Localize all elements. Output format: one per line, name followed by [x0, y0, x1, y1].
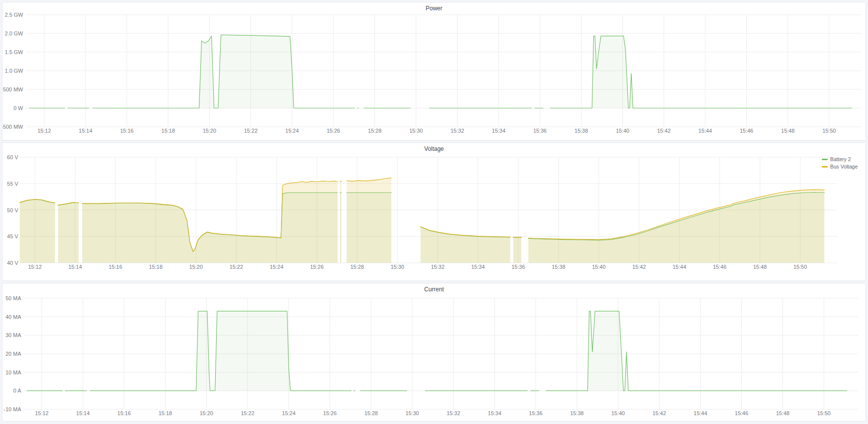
- y-tick-label: -500 MW: [2, 124, 24, 130]
- power-panel: Power 2.5 GW2.0 GW1.5 GW1.0 GW500 MW0 W-…: [2, 2, 866, 141]
- x-tick-label: 15:12: [35, 410, 49, 416]
- x-tick-label: 15:20: [189, 264, 203, 270]
- x-tick-label: 15:14: [79, 128, 92, 134]
- x-tick-label: 15:28: [350, 264, 364, 270]
- x-tick-label: 15:44: [699, 128, 712, 134]
- legend-swatch-icon: [822, 159, 828, 160]
- x-tick-label: 15:22: [241, 410, 254, 416]
- x-tick-label: 15:26: [327, 128, 340, 134]
- x-tick-label: 15:46: [735, 410, 749, 416]
- x-tick-label: 15:22: [229, 264, 243, 270]
- x-tick-label: 15:30: [409, 128, 423, 134]
- legend-item-battery-2[interactable]: Battery 2: [822, 156, 858, 163]
- x-tick-label: 15:50: [793, 264, 807, 270]
- y-tick-label: 500 MW: [3, 86, 24, 92]
- grid-and-axes: 2.5 GW2.0 GW1.5 GW1.0 GW500 MW0 W-500 MW…: [2, 12, 861, 134]
- x-tick-label: 15:26: [310, 264, 324, 270]
- legend-label: Battery 2: [830, 156, 851, 163]
- legend-label: Bus Voltage: [830, 163, 858, 170]
- y-tick-label: 20 MA: [5, 351, 21, 357]
- x-tick-label: 15:42: [657, 128, 671, 134]
- x-tick-label: 15:38: [552, 264, 565, 270]
- y-tick-label: 2.0 GW: [5, 30, 24, 36]
- y-tick-label: 10 MA: [5, 369, 21, 375]
- y-tick-label: 55 V: [7, 181, 18, 187]
- x-tick-label: 15:16: [120, 128, 134, 134]
- x-tick-label: 15:14: [68, 264, 82, 270]
- x-tick-label: 15:40: [592, 264, 606, 270]
- panel-title-voltage[interactable]: Voltage: [2, 145, 866, 152]
- y-tick-label: 0 W: [13, 105, 23, 111]
- x-tick-label: 15:48: [753, 264, 767, 270]
- x-tick-label: 15:34: [471, 264, 485, 270]
- x-tick-label: 15:28: [368, 128, 382, 134]
- x-tick-label: 15:48: [776, 410, 790, 416]
- y-tick-label: 2.5 GW: [5, 12, 24, 18]
- x-tick-label: 15:48: [781, 128, 795, 134]
- panel-title-current[interactable]: Current: [2, 286, 866, 293]
- x-tick-label: 15:42: [632, 264, 646, 270]
- x-tick-label: 15:30: [405, 410, 419, 416]
- x-tick-label: 15:38: [575, 128, 588, 134]
- legend-item-bus-voltage[interactable]: Bus Voltage: [822, 163, 858, 170]
- x-tick-label: 15:38: [570, 410, 584, 416]
- x-tick-label: 15:26: [323, 410, 337, 416]
- y-tick-label: 40 V: [7, 260, 18, 266]
- panel-title-power[interactable]: Power: [2, 5, 866, 12]
- x-tick-label: 15:32: [450, 128, 464, 134]
- x-tick-label: 15:24: [282, 410, 296, 416]
- x-tick-label: 15:50: [822, 128, 836, 134]
- x-tick-label: 15:24: [285, 128, 299, 134]
- x-tick-label: 15:12: [37, 128, 51, 134]
- voltage-panel: Voltage 60 V55 V50 V45 V40 V15:1215:1415…: [2, 142, 866, 281]
- x-tick-label: 15:40: [616, 128, 630, 134]
- x-tick-label: 15:18: [149, 264, 163, 270]
- series-current: [27, 311, 847, 391]
- x-tick-label: 15:20: [199, 410, 213, 416]
- legend-swatch-icon: [822, 166, 828, 168]
- y-tick-label: 30 MA: [5, 332, 21, 338]
- x-tick-label: 15:46: [713, 264, 727, 270]
- x-tick-label: 15:14: [76, 410, 90, 416]
- y-tick-label: 50 V: [7, 207, 18, 213]
- y-tick-label: 60 V: [7, 154, 18, 160]
- x-tick-label: 15:34: [492, 128, 505, 134]
- x-tick-label: 15:50: [817, 410, 831, 416]
- x-tick-label: 15:42: [652, 410, 666, 416]
- x-tick-label: 15:36: [511, 264, 525, 270]
- x-tick-label: 15:44: [672, 264, 686, 270]
- x-tick-label: 15:16: [117, 410, 131, 416]
- y-tick-label: 1.0 GW: [5, 68, 24, 74]
- y-tick-label: 40 MA: [5, 314, 21, 320]
- x-tick-label: 15:30: [391, 264, 404, 270]
- x-tick-label: 15:36: [529, 410, 543, 416]
- voltage-legend: Battery 2Bus Voltage: [822, 156, 858, 170]
- x-tick-label: 15:20: [203, 128, 217, 134]
- x-tick-label: 15:16: [109, 264, 122, 270]
- power-chart-canvas[interactable]: 2.5 GW2.0 GW1.5 GW1.0 GW500 MW0 W-500 MW…: [2, 2, 866, 140]
- x-tick-label: 15:18: [162, 128, 175, 134]
- x-tick-label: 15:44: [694, 410, 707, 416]
- x-tick-label: 15:18: [159, 410, 172, 416]
- y-tick-label: 45 V: [7, 233, 18, 239]
- y-tick-label: 50 MA: [5, 295, 21, 301]
- x-tick-label: 15:46: [740, 128, 754, 134]
- y-tick-label: 1.5 GW: [5, 49, 24, 55]
- series-power: [29, 35, 852, 108]
- y-tick-label: -10 MA: [4, 406, 22, 412]
- x-tick-label: 15:12: [28, 264, 42, 270]
- x-tick-label: 15:32: [431, 264, 445, 270]
- dashboard: Power 2.5 GW2.0 GW1.5 GW1.0 GW500 MW0 W-…: [0, 0, 868, 424]
- current-panel: Current 50 MA40 MA30 MA20 MA10 MA0 A-10 …: [2, 283, 866, 422]
- x-tick-label: 15:34: [488, 410, 502, 416]
- voltage-chart-canvas[interactable]: 60 V55 V50 V45 V40 V15:1215:1415:1615:18…: [2, 143, 866, 281]
- y-tick-label: 0 A: [13, 388, 22, 394]
- series-bus-voltage: [20, 178, 824, 263]
- grid-and-axes: 50 MA40 MA30 MA20 MA10 MA0 A-10 MA15:121…: [4, 295, 858, 416]
- x-tick-label: 15:24: [270, 264, 283, 270]
- current-chart-canvas[interactable]: 50 MA40 MA30 MA20 MA10 MA0 A-10 MA15:121…: [2, 283, 866, 421]
- x-tick-label: 15:36: [533, 128, 547, 134]
- x-tick-label: 15:28: [364, 410, 378, 416]
- x-tick-label: 15:22: [244, 128, 258, 134]
- x-tick-label: 15:32: [447, 410, 460, 416]
